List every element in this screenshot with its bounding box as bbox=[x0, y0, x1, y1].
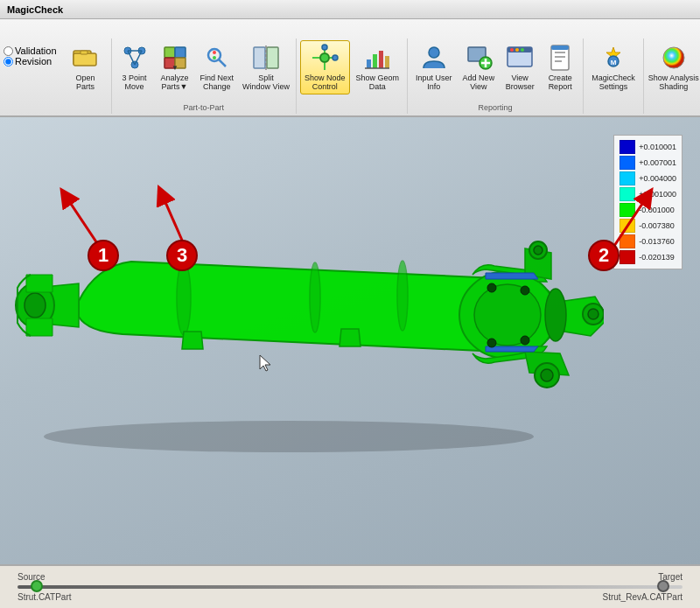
svg-rect-1 bbox=[74, 53, 96, 66]
add-new-view-icon bbox=[465, 44, 493, 72]
part-to-part-label: Part-to-Part bbox=[184, 101, 225, 112]
show-analysis-shading-label: Show Analysis Shading bbox=[648, 73, 699, 91]
source-file-label: Strut.CATPart bbox=[18, 592, 72, 602]
slider-row[interactable] bbox=[18, 585, 682, 589]
annotation-2-label: 2 bbox=[598, 244, 609, 267]
magiccheck-settings-button[interactable]: M MagicCheck Settings bbox=[587, 40, 640, 94]
shading-buttons: Show Analysis Shading bbox=[648, 40, 700, 112]
ribbon-section-node: Show Node Control Show Geom Data bbox=[297, 38, 408, 114]
color-legend: +0.010001 +0.007001 +0.004000 +0.001000 … bbox=[613, 135, 682, 269]
annotation-badge-2: 2 bbox=[588, 240, 620, 271]
source-label: Source bbox=[18, 572, 46, 582]
ribbon-section-shading: Show Analysis Shading bbox=[644, 38, 700, 114]
create-report-button[interactable]: Create Report bbox=[541, 40, 579, 94]
svg-point-65 bbox=[487, 283, 496, 292]
svg-point-68 bbox=[521, 336, 529, 345]
create-report-label: Create Report bbox=[549, 73, 572, 91]
legend-swatch-4 bbox=[620, 187, 635, 201]
input-user-info-icon bbox=[420, 44, 448, 72]
validation-radio[interactable]: Validation bbox=[4, 45, 57, 56]
add-new-view-label: Add New View bbox=[463, 73, 495, 91]
svg-text:▼: ▼ bbox=[172, 64, 178, 72]
slider-thumb-target[interactable] bbox=[657, 580, 669, 592]
show-geom-data-button[interactable]: Show Geom Data bbox=[352, 40, 404, 94]
split-window-view-button[interactable]: Split Window View bbox=[240, 40, 292, 94]
legend-label-6: -0.007380 bbox=[639, 221, 675, 230]
ribbon-section-part-to-part: 3 Point Move ▼ Analyze Parts▼ bbox=[112, 38, 298, 114]
svg-rect-9 bbox=[164, 47, 175, 58]
3-point-move-button[interactable]: 3 Point Move bbox=[116, 40, 154, 94]
svg-point-67 bbox=[521, 286, 529, 295]
magiccheck-buttons: M MagicCheck Settings bbox=[587, 40, 640, 112]
legend-row-4: +0.001000 bbox=[620, 186, 676, 202]
ribbon: Validation Revision O bbox=[0, 19, 700, 117]
svg-point-40 bbox=[510, 48, 514, 52]
svg-line-7 bbox=[135, 51, 142, 65]
show-analysis-shading-icon bbox=[660, 44, 688, 72]
svg-point-21 bbox=[320, 53, 329, 62]
svg-point-58 bbox=[474, 284, 541, 346]
svg-point-50 bbox=[663, 47, 684, 68]
validation-label: Validation bbox=[15, 45, 57, 56]
revision-radio[interactable]: Revision bbox=[4, 56, 52, 66]
svg-point-69 bbox=[545, 289, 566, 341]
target-file-label: Strut_RevA.CATPart bbox=[602, 592, 682, 602]
reporting-buttons: Input User Info Add New View bbox=[411, 40, 579, 101]
part-to-part-buttons: 3 Point Move ▼ Analyze Parts▼ bbox=[116, 40, 293, 101]
svg-rect-47 bbox=[551, 45, 569, 50]
legend-label-7: -0.013760 bbox=[639, 237, 675, 246]
legend-row-7: -0.013760 bbox=[620, 234, 676, 249]
svg-rect-18 bbox=[254, 47, 265, 68]
add-new-view-button[interactable]: Add New View bbox=[458, 40, 500, 94]
svg-point-56 bbox=[397, 261, 408, 331]
input-user-info-button[interactable]: Input User Info bbox=[411, 40, 457, 94]
analyze-parts-button[interactable]: ▼ Analyze Parts▼ bbox=[156, 40, 194, 94]
open-parts-button[interactable]: Open Parts bbox=[64, 40, 108, 94]
annotation-badge-1: 1 bbox=[88, 240, 119, 271]
svg-point-62 bbox=[541, 369, 553, 381]
3d-part-svg bbox=[9, 126, 604, 458]
legend-label-1: +0.010001 bbox=[639, 143, 676, 151]
annotation-badge-3: 3 bbox=[166, 240, 198, 271]
svg-point-16 bbox=[213, 51, 216, 54]
reporting-label: Reporting bbox=[479, 101, 513, 112]
show-node-control-button[interactable]: Show Node Control bbox=[300, 40, 350, 94]
slider-labels: Source Target bbox=[18, 572, 682, 582]
show-node-control-label: Show Node Control bbox=[304, 73, 346, 91]
view-browser-icon bbox=[506, 44, 534, 72]
svg-point-55 bbox=[310, 262, 320, 332]
analyze-parts-icon: ▼ bbox=[161, 44, 189, 72]
svg-rect-19 bbox=[267, 47, 278, 68]
legend-label-5: -0.001000 bbox=[639, 206, 675, 214]
svg-point-42 bbox=[521, 48, 524, 52]
svg-point-17 bbox=[213, 56, 216, 59]
slider-thumb-source[interactable] bbox=[31, 580, 43, 592]
legend-label-3: +0.004000 bbox=[639, 174, 676, 183]
revision-label: Revision bbox=[15, 56, 52, 66]
svg-point-66 bbox=[487, 339, 496, 347]
view-browser-button[interactable]: View Browser bbox=[500, 40, 539, 94]
svg-line-8 bbox=[128, 51, 135, 65]
legend-row-3: +0.004000 bbox=[620, 171, 676, 186]
title-bar: MagicCheck bbox=[0, 0, 700, 19]
slider-track[interactable] bbox=[18, 585, 682, 589]
input-user-info-label: Input User Info bbox=[416, 73, 452, 91]
slider-area: Source Target Strut.CATPart Strut_RevA.C… bbox=[0, 564, 700, 608]
legend-swatch-6 bbox=[620, 219, 635, 233]
svg-rect-29 bbox=[373, 54, 377, 68]
ribbon-section-magiccheck: M MagicCheck Settings bbox=[584, 38, 644, 114]
create-report-icon bbox=[546, 44, 574, 72]
legend-swatch-7 bbox=[620, 234, 635, 248]
split-window-view-icon bbox=[252, 44, 280, 72]
legend-label-4: +0.001000 bbox=[639, 190, 676, 199]
show-analysis-shading-button[interactable]: Show Analysis Shading bbox=[648, 40, 700, 94]
analyze-parts-label: Analyze Parts▼ bbox=[160, 73, 188, 91]
svg-point-26 bbox=[322, 45, 327, 50]
legend-swatch-5 bbox=[620, 203, 635, 217]
magiccheck-settings-label: MagicCheck Settings bbox=[592, 73, 635, 91]
annotation-3-label: 3 bbox=[177, 244, 187, 267]
show-geom-data-icon bbox=[363, 44, 391, 72]
ribbon-section-reporting: Input User Info Add New View bbox=[408, 38, 584, 114]
find-next-change-button[interactable]: Find Next Change bbox=[196, 40, 239, 94]
open-parts-icon bbox=[72, 44, 100, 72]
